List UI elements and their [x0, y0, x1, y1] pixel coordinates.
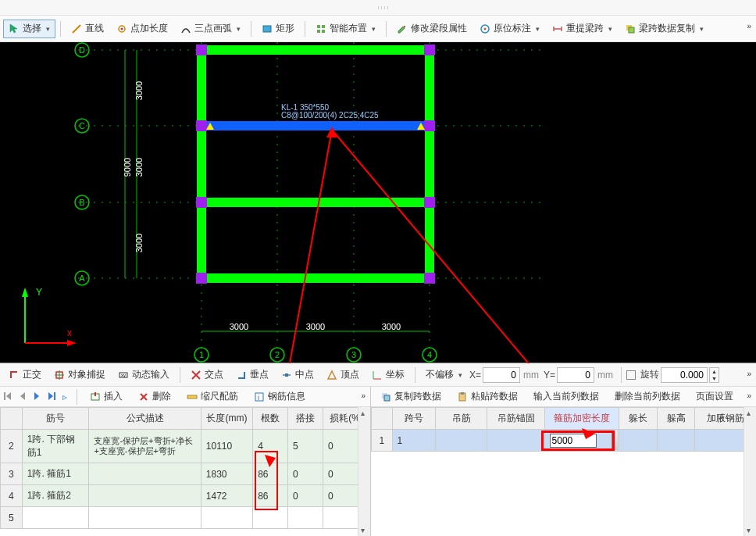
drawing-canvas[interactable]: DCBA 1234 3000 3000 3000 9000 3000 3000 … — [0, 42, 756, 363]
insert-label: 插入 — [104, 390, 123, 403]
rebar-table[interactable]: 筋号 公式描述 长度(mm) 根数 搭接 损耗(%) 2 1跨. 下部钢筋1 支… — [0, 407, 370, 529]
rotate-input[interactable] — [661, 367, 708, 383]
col-offset-h[interactable]: 躲高 — [657, 408, 695, 430]
svg-text:3000: 3000 — [134, 81, 144, 100]
svg-text:3000: 3000 — [382, 322, 401, 331]
svg-rect-90 — [187, 395, 197, 398]
copy-span-button[interactable]: 复制跨数据 — [374, 388, 448, 406]
overflow-button[interactable]: » — [747, 22, 751, 30]
overflow-button[interactable]: » — [747, 370, 751, 378]
paste-span-button[interactable]: 粘贴跨数据 — [451, 388, 524, 406]
smart-place-button[interactable]: 智能布置 ▾ — [310, 20, 381, 38]
coord-snap-button[interactable]: 坐标 — [366, 366, 410, 384]
input-col-label: 输入当前列数据 — [533, 390, 599, 403]
unit-mm: mm — [523, 370, 539, 381]
svg-rect-82 — [285, 373, 288, 377]
ortho-toggle[interactable]: 正交 — [3, 366, 47, 384]
col-span-no[interactable]: 跨号 — [392, 408, 435, 430]
nav-index-button[interactable]: ▹ — [59, 388, 70, 406]
edit-cell[interactable] — [544, 430, 619, 452]
copy-span-data-button[interactable]: 梁跨数据复制 ▾ — [619, 20, 709, 38]
dropdown-icon: ▾ — [700, 25, 704, 33]
dropdown-icon: ▾ — [46, 25, 50, 33]
arc3-label: 三点画弧 — [194, 22, 232, 35]
scrollbar[interactable] — [744, 407, 756, 536]
y-input[interactable] — [557, 367, 594, 383]
ortho-icon — [9, 370, 20, 381]
modify-beam-prop-button[interactable]: 修改梁段属性 — [391, 20, 472, 38]
nav-first-button[interactable] — [3, 388, 14, 406]
rect-icon — [262, 23, 273, 34]
osnap-icon — [54, 370, 65, 381]
insert-button[interactable]: 插入 — [84, 388, 129, 406]
svg-rect-55 — [196, 120, 207, 131]
col-id[interactable]: 筋号 — [22, 408, 89, 430]
point-add-icon — [116, 23, 127, 34]
rect-tool-button[interactable]: 矩形 — [256, 20, 300, 38]
svg-rect-57 — [196, 197, 207, 208]
spin-down-button[interactable]: ▼ — [710, 375, 719, 382]
svg-rect-96 — [461, 392, 464, 395]
col-splice[interactable]: 搭接 — [288, 408, 323, 430]
spin-up-button[interactable]: ▲ — [710, 368, 719, 375]
page-setup-button[interactable]: 页面设置 — [690, 388, 740, 406]
coord-icon — [372, 370, 383, 381]
col-offset-len[interactable]: 躲长 — [619, 408, 657, 430]
rotate-checkbox[interactable] — [626, 370, 636, 380]
col-hanger[interactable]: 吊筋 — [435, 408, 487, 430]
page-setup-label: 页面设置 — [696, 390, 733, 403]
vertex-snap-button[interactable]: 顶点 — [321, 366, 365, 384]
svg-marker-66 — [22, 288, 28, 297]
reset-beam-span-button[interactable]: 重提梁跨 ▾ — [547, 20, 618, 38]
canvas-svg: DCBA 1234 3000 3000 3000 9000 3000 3000 … — [0, 42, 754, 363]
nav-prev-button[interactable] — [17, 388, 28, 406]
osnap-toggle[interactable]: 对象捕捉 — [48, 366, 111, 384]
svg-text:B: B — [79, 198, 84, 207]
col-hanger-anchor[interactable]: 吊筋锚固 — [487, 408, 544, 430]
table-row[interactable]: 4 1跨. 箍筋2 1472 86 0 0 — [1, 485, 370, 507]
svg-text:i: i — [258, 394, 259, 402]
svg-text:Y: Y — [36, 287, 42, 298]
table-row[interactable]: 5 — [1, 507, 370, 529]
col-length[interactable]: 长度(mm) — [201, 408, 252, 430]
nav-last-button[interactable] — [45, 388, 56, 406]
svg-rect-3 — [263, 26, 271, 32]
delete-button[interactable]: 删除 — [132, 388, 177, 406]
rowhdr-col[interactable] — [372, 408, 393, 430]
svg-text:3000: 3000 — [230, 322, 248, 331]
cursor-icon — [9, 23, 20, 34]
table-row[interactable]: 1 1 — [372, 430, 756, 452]
perpendicular-snap-button[interactable]: 垂点 — [230, 366, 274, 384]
cell-dropdown-handle[interactable] — [612, 431, 618, 450]
origin-marker-button[interactable]: 原位标注 ▾ — [474, 20, 545, 38]
input-col-button[interactable]: 输入当前列数据 — [527, 388, 605, 406]
col-formula[interactable]: 公式描述 — [89, 408, 201, 430]
col-count[interactable]: 根数 — [253, 408, 288, 430]
overflow-button[interactable]: » — [747, 391, 751, 400]
scrollbar[interactable] — [358, 407, 370, 536]
point-add-length-button[interactable]: 点加长度 — [111, 20, 173, 38]
intersection-snap-button[interactable]: 交点 — [185, 366, 229, 384]
rowhdr-col[interactable] — [1, 408, 23, 430]
ribbon-drag-handle[interactable] — [0, 0, 756, 16]
col-stirrup-dense-len[interactable]: 箍筋加密长度 — [544, 408, 619, 430]
select-tool-button[interactable]: 选择 ▾ — [3, 20, 55, 38]
table-row[interactable]: 2 1跨. 下部钢筋1 支座宽-保护层+弯折+净长+支座宽-保护层+弯折 101… — [1, 430, 370, 463]
line-tool-button[interactable]: 直线 — [66, 20, 109, 38]
arc3-button[interactable]: 三点画弧 ▾ — [175, 20, 246, 38]
offset-mode-dropdown[interactable]: 不偏移 ▾ — [420, 366, 468, 384]
span-table[interactable]: 跨号 吊筋 吊筋锚固 箍筋加密长度 躲长 躲高 加腋钢筋 1 1 — [371, 407, 756, 452]
nav-next-button[interactable] — [31, 388, 42, 406]
dyn-input-toggle[interactable]: xy 动态输入 — [112, 366, 175, 384]
overflow-button[interactable]: » — [361, 391, 366, 400]
svg-text:3000: 3000 — [134, 234, 144, 252]
delete-label: 删除 — [152, 390, 171, 403]
left-panel-toolbar: ▹ 插入 删除 缩尺配筋 i 钢筋信息 » — [0, 387, 370, 407]
midpoint-snap-button[interactable]: 中点 — [276, 366, 319, 384]
x-input[interactable] — [483, 367, 520, 383]
table-row[interactable]: 3 1跨. 箍筋1 1830 86 0 0 — [1, 463, 370, 485]
rebar-info-button[interactable]: i 钢筋信息 — [248, 388, 312, 406]
scale-rebar-button[interactable]: 缩尺配筋 — [180, 388, 244, 406]
delete-col-button[interactable]: 删除当前列数据 — [608, 388, 686, 406]
dense-length-input[interactable] — [550, 434, 597, 448]
